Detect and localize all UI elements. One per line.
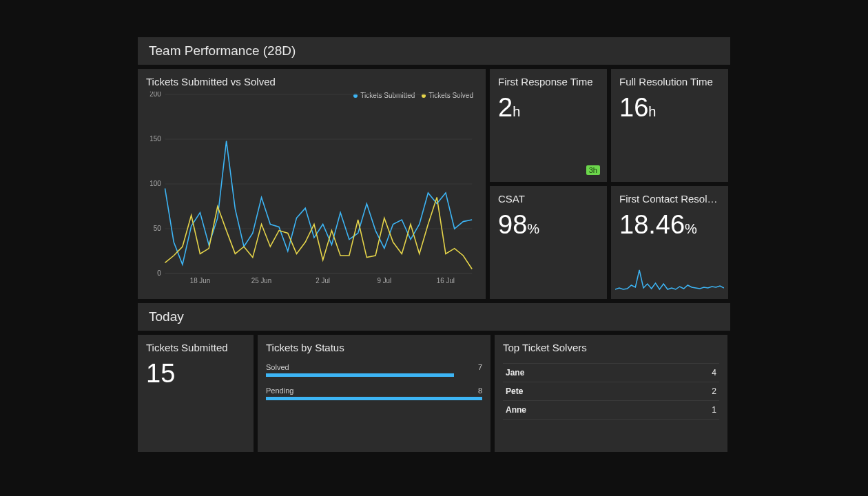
section-header-today: Today (138, 303, 730, 331)
first-response-badge: 3h (586, 165, 600, 175)
status-bar (266, 397, 482, 400)
solver-count: 2 (712, 386, 716, 396)
solver-count: 1 (712, 405, 716, 415)
dashboard: Team Performance (28D) Tickets Submitted… (138, 37, 730, 452)
svg-text:16 Jul: 16 Jul (437, 277, 455, 285)
status-bar (266, 373, 454, 377)
stat-csat-unit: % (527, 221, 539, 236)
stat-first-response-unit: h (513, 104, 520, 119)
card-title-top-solvers: Top Ticket Solvers (503, 342, 719, 353)
status-bar-bg (266, 373, 482, 377)
status-row: Solved 7 (266, 363, 482, 377)
grid-28d: Tickets Submitted vs Solved Tickets Subm… (138, 69, 730, 299)
solver-name: Anne (506, 405, 526, 415)
svg-text:0: 0 (157, 269, 161, 277)
stat-csat-value: 98 (498, 210, 527, 239)
stat-csat: 98% (498, 211, 599, 238)
stat-fcr-value: 18.46 (619, 210, 685, 239)
svg-text:25 Jun: 25 Jun (251, 277, 271, 285)
tickets-chart-svg: 05010015020018 Jun25 Jun2 Jul9 Jul16 Jul (146, 92, 477, 289)
stat-first-response: 2h (498, 94, 599, 121)
status-rows: Solved 7 Pending 8 (266, 363, 482, 400)
section-header-28d: Team Performance (28D) (138, 37, 730, 65)
stat-first-response-value: 2 (498, 93, 513, 122)
card-title-first-response: First Response Time (498, 76, 599, 87)
card-csat: CSAT 98% (490, 186, 607, 299)
grid-today: Tickets Submitted 15 Tickets by Status S… (138, 335, 730, 452)
svg-text:2 Jul: 2 Jul (316, 277, 330, 285)
status-bar-bg (266, 397, 482, 400)
solver-count: 4 (712, 368, 716, 378)
stat-full-resolution: 16h (619, 94, 720, 121)
card-first-response: First Response Time 2h 3h (490, 69, 607, 182)
status-row: Pending 8 (266, 386, 482, 400)
solver-row: Pete 2 (503, 382, 719, 401)
stat-full-resolution-value: 16 (619, 93, 648, 122)
solver-name: Jane (506, 368, 524, 378)
svg-text:9 Jul: 9 Jul (377, 277, 391, 285)
status-label: Solved (266, 363, 289, 371)
card-full-resolution: Full Resolution Time 16h (611, 69, 728, 182)
card-title-full-resolution: Full Resolution Time (619, 76, 720, 87)
card-today-submitted: Tickets Submitted 15 (138, 335, 254, 452)
stat-fcr: 18.46% (619, 211, 720, 238)
solver-rows: Jane 4Pete 2Anne 1 (503, 363, 719, 420)
card-by-status: Tickets by Status Solved 7 Pending 8 (258, 335, 490, 452)
tickets-chart: Tickets Submitted Tickets Solved 0501001… (146, 92, 477, 289)
svg-text:50: 50 (154, 225, 161, 232)
card-fcr: First Contact Resol… 18.46% (611, 186, 728, 299)
card-tickets-chart: Tickets Submitted vs Solved Tickets Subm… (138, 69, 486, 299)
card-title-fcr: First Contact Resol… (619, 193, 720, 205)
svg-text:150: 150 (149, 135, 161, 143)
svg-text:200: 200 (149, 92, 161, 98)
card-title-by-status: Tickets by Status (266, 342, 482, 353)
fcr-sparkline (615, 266, 724, 293)
stat-full-resolution-unit: h (648, 104, 656, 119)
card-title-tickets-chart: Tickets Submitted vs Solved (146, 76, 477, 87)
stat-fcr-unit: % (685, 221, 697, 236)
svg-text:100: 100 (149, 180, 161, 187)
stat-today-submitted: 15 (146, 360, 245, 386)
card-title-csat: CSAT (498, 193, 599, 205)
svg-text:18 Jun: 18 Jun (190, 277, 210, 285)
card-top-solvers: Top Ticket Solvers Jane 4Pete 2Anne 1 (495, 335, 727, 452)
solver-row: Jane 4 (503, 363, 719, 382)
status-value: 8 (478, 386, 482, 395)
status-label: Pending (266, 386, 293, 395)
solver-row: Anne 1 (503, 401, 719, 420)
solver-name: Pete (506, 386, 523, 396)
card-title-today-submitted: Tickets Submitted (146, 342, 245, 353)
status-value: 7 (478, 363, 482, 371)
